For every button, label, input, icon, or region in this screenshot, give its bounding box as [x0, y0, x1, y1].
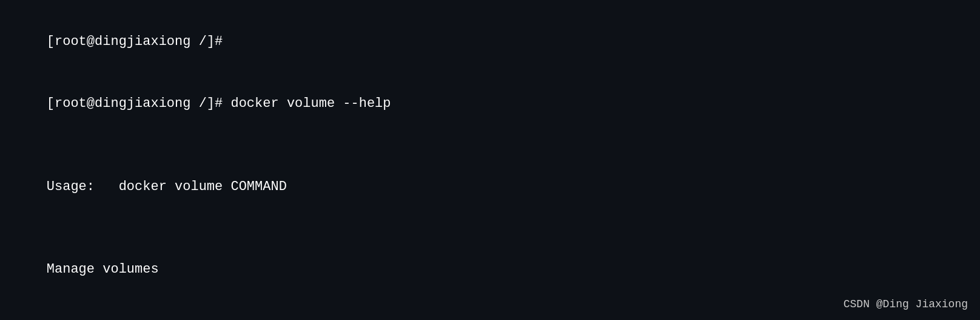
blank-1: [15, 135, 965, 156]
prompt-2: [root@dingjiaxiong /]#: [47, 96, 223, 111]
usage-command: docker volume COMMAND: [95, 179, 287, 194]
usage-label: Usage:: [47, 179, 95, 194]
terminal-container: [root@dingjiaxiong /]# [root@dingjiaxion…: [15, 11, 965, 320]
blank-2: [15, 218, 965, 239]
manage-text: Manage volumes: [47, 262, 159, 277]
command-docker-volume-help: docker volume --help: [223, 96, 391, 111]
manage-volumes-line: Manage volumes: [15, 239, 965, 301]
terminal-line-2: [root@dingjiaxiong /]# docker volume --h…: [15, 73, 965, 135]
footer-brand: CSDN @Ding Jiaxiong: [844, 298, 968, 310]
blank-3: [15, 301, 965, 320]
usage-line: Usage: docker volume COMMAND: [15, 156, 965, 218]
prompt-1: [root@dingjiaxiong /]#: [47, 34, 223, 49]
terminal-line-1: [root@dingjiaxiong /]#: [15, 11, 965, 73]
